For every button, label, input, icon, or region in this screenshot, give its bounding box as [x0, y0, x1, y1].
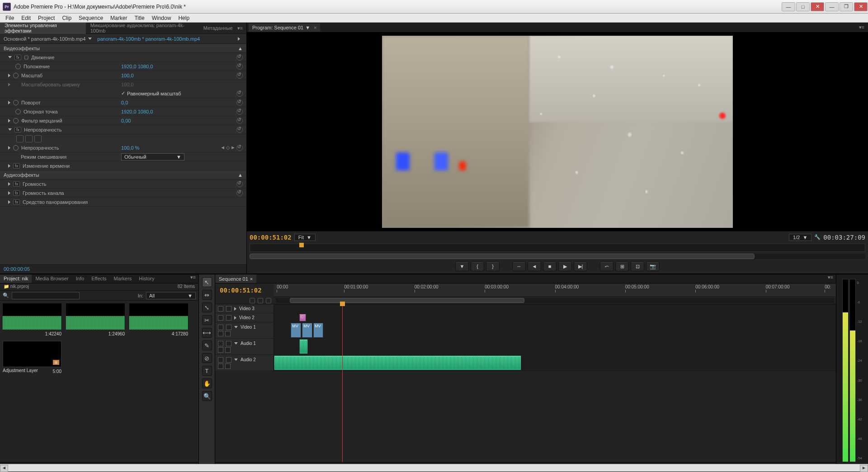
panel-menu-icon[interactable]: ▾≡ [237, 25, 246, 31]
timeline-tab[interactable]: Sequence 01× [215, 274, 256, 283]
reset-icon[interactable] [236, 190, 243, 196]
goto-in-button[interactable]: ↔ [512, 261, 526, 271]
track-toggle[interactable] [218, 306, 223, 312]
menu-file[interactable]: File [2, 14, 18, 22]
step-fwd-button[interactable]: ▶| [574, 261, 587, 271]
motion-effect-row[interactable]: fx▢Движение [0, 53, 246, 62]
panner-row[interactable]: fxСредство панорамирования [0, 198, 246, 207]
stopwatch-icon[interactable] [13, 118, 19, 123]
track-sync[interactable] [225, 331, 231, 336]
stopwatch-icon[interactable] [13, 145, 19, 151]
time-remap-row[interactable]: fxИзменение времени [0, 161, 246, 170]
track-solo[interactable] [218, 363, 223, 369]
rect-mask-icon[interactable] [25, 135, 33, 142]
track-lock[interactable] [226, 306, 231, 312]
maximize-button[interactable]: □ [796, 2, 810, 11]
channel-volume-row[interactable]: fxГромкость канала [0, 189, 246, 198]
play-button[interactable]: ▶ [558, 261, 572, 271]
timeline-clip[interactable]: MV [302, 323, 312, 338]
mark-in-button[interactable]: ▼ [455, 261, 469, 271]
video-effects-section[interactable]: Видеоэффекты▲ [0, 44, 246, 53]
program-scrollbar[interactable] [250, 254, 865, 259]
panel-menu-icon[interactable]: ▾≡ [828, 274, 836, 283]
stopwatch-icon[interactable] [13, 73, 19, 78]
track-rec[interactable] [225, 347, 231, 353]
track-solo[interactable] [218, 347, 223, 353]
add-keyframe-icon[interactable]: ◇ [226, 145, 230, 151]
clip-item[interactable]: 1:42240 [3, 303, 61, 336]
menu-window[interactable]: Window [148, 14, 175, 22]
track-output[interactable] [218, 331, 223, 336]
ellipse-mask-icon[interactable] [16, 135, 24, 142]
program-scrubber[interactable] [250, 244, 865, 252]
slip-tool[interactable]: ⟷ [202, 328, 212, 338]
minimize-button-2[interactable]: — [825, 2, 839, 11]
reset-icon[interactable] [236, 99, 243, 106]
program-timecode[interactable]: 00:00:51:02 [250, 234, 292, 241]
window-horizontal-scrollbar[interactable]: ◄ ► [0, 464, 868, 472]
reset-icon[interactable] [236, 127, 243, 133]
snap-icon[interactable] [250, 298, 255, 303]
expand-icon[interactable] [238, 37, 240, 41]
timeline-audio-clip[interactable] [274, 355, 521, 370]
reset-icon[interactable] [236, 63, 243, 70]
playhead-icon[interactable] [299, 243, 304, 247]
audio-effects-section[interactable]: Аудиоэффекты▲ [0, 170, 246, 179]
settings-icon[interactable] [266, 298, 271, 303]
tab-markers[interactable]: Markers [110, 274, 136, 283]
tab-audio-mixer[interactable]: Микширование аудиоклипа: panoram-4k-100m… [86, 23, 199, 34]
menu-help[interactable]: Help [175, 14, 193, 22]
project-search-input[interactable] [12, 292, 80, 299]
timeline-clip[interactable]: C [299, 314, 306, 321]
in-point-button[interactable]: { [471, 261, 484, 271]
track-mute[interactable] [226, 341, 231, 346]
step-back-button[interactable]: ◄ [528, 261, 541, 271]
zoom-tool[interactable]: 🔍 [202, 391, 212, 401]
stop-button[interactable]: ■ [543, 261, 557, 271]
scroll-left-icon[interactable]: ◄ [0, 465, 8, 472]
rotation-value[interactable]: 0,0 [121, 100, 203, 105]
rate-stretch-tool[interactable]: ⊘ [202, 353, 212, 363]
scroll-right-icon[interactable]: ► [860, 465, 868, 472]
clip-item-adjustment[interactable]: ▦ Adjustment Layer5:00 [3, 341, 61, 374]
clip-item[interactable]: 4:17280 [129, 303, 188, 336]
tab-effect-controls[interactable]: Элементы управления эффектами [0, 23, 86, 34]
menu-title[interactable]: Title [131, 14, 148, 22]
tab-media-browser[interactable]: Media Browser [32, 274, 72, 283]
pen-mask-icon[interactable] [34, 135, 42, 142]
reset-icon[interactable] [236, 181, 243, 187]
tab-metadata[interactable]: Метаданные [199, 23, 237, 34]
track-toggle[interactable] [218, 341, 223, 346]
sequence-clip-link[interactable]: panoram-4k-100mb * panoram-4k-100mb.mp4 [97, 36, 200, 42]
menu-clip[interactable]: Clip [58, 14, 75, 22]
menu-edit[interactable]: Edit [18, 14, 34, 22]
track-rec[interactable] [225, 363, 231, 369]
panel-menu-icon[interactable]: ▾≡ [859, 24, 868, 30]
stopwatch-icon[interactable] [13, 100, 19, 105]
opacity-effect-row[interactable]: fxНепрозрачность [0, 125, 246, 134]
track-toggle[interactable] [218, 325, 223, 330]
hand-tool[interactable]: ✋ [202, 378, 212, 388]
reset-icon[interactable] [236, 145, 243, 151]
menu-sequence[interactable]: Sequence [75, 14, 107, 22]
stopwatch-icon[interactable] [15, 64, 21, 69]
timeline-audio-clip[interactable] [299, 339, 308, 354]
snapshot-button[interactable]: 📷 [646, 261, 660, 271]
clip-item[interactable]: 1:24960 [66, 303, 125, 336]
timeline-tracks[interactable]: Video 3 Video 2 C Video 1 MV MV MV Audio… [215, 304, 836, 462]
program-viewer[interactable] [247, 33, 868, 231]
uniform-checkbox[interactable]: ✓ [121, 90, 125, 96]
tab-info[interactable]: Info [72, 274, 88, 283]
in-filter-dropdown[interactable]: All▼ [146, 292, 196, 299]
timeline-timecode[interactable]: 00:00:51:02 [220, 287, 262, 294]
close-icon[interactable]: × [314, 25, 316, 30]
volume-row[interactable]: fxГромкость [0, 179, 246, 189]
zoom-fit-dropdown[interactable]: Fit▼ [294, 234, 316, 241]
ripple-tool[interactable]: ⤡ [202, 302, 212, 312]
reset-icon[interactable] [236, 72, 243, 79]
restore-button[interactable]: ❐ [840, 2, 853, 11]
pen-tool[interactable]: ✎ [202, 340, 212, 350]
reset-icon[interactable] [236, 118, 243, 124]
lift-button[interactable]: ⤺ [600, 261, 613, 271]
blend-mode-dropdown[interactable]: Обычный▼ [121, 153, 184, 160]
